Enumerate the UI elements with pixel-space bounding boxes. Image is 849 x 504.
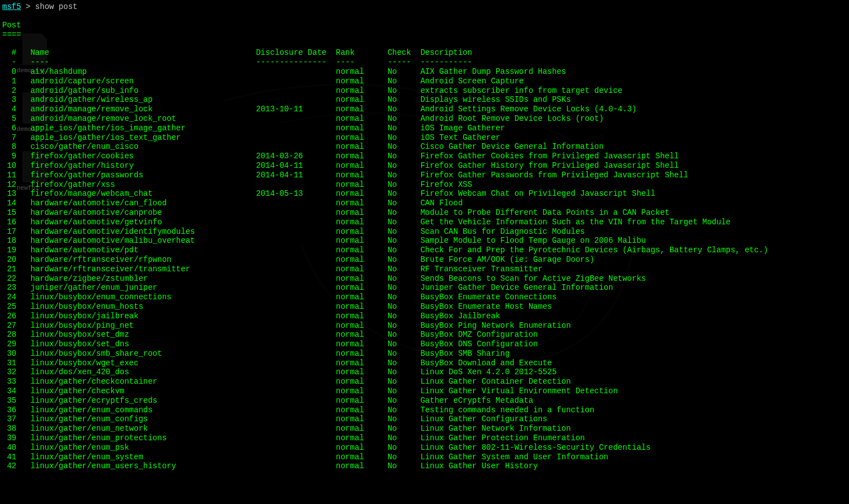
cell-name: hardware/automotive/malibu_overheat — [16, 236, 256, 246]
table-row: 1android/capture/screennormalNoAndroid S… — [2, 77, 847, 86]
cell-rank: normal — [336, 124, 387, 133]
cell-rank: normal — [336, 218, 387, 227]
table-row: 40linux/gather/enum_psknormalNoLinux Gat… — [2, 443, 847, 453]
cell-rank: normal — [336, 114, 387, 124]
cell-idx: 7 — [2, 133, 16, 143]
cell-rank: normal — [336, 414, 387, 424]
cell-rank: normal — [336, 424, 387, 434]
table-row: 21hardware/rftransceiver/transmitternorm… — [2, 265, 847, 274]
cell-idx: 11 — [2, 171, 16, 180]
cell-name: linux/gather/enum_system — [16, 453, 256, 462]
cell-name: linux/busybox/enum_connections — [16, 293, 256, 302]
cell-name: firefox/gather/passwords — [16, 171, 256, 180]
cell-check: No — [388, 461, 421, 471]
table-row: 13firefox/manage/webcam_chat2014-05-13no… — [2, 189, 847, 199]
table-row: 33linux/gather/checkcontainernormalNoLin… — [2, 377, 847, 387]
cell-rank: normal — [336, 199, 387, 208]
cell-check: No — [388, 133, 421, 143]
table-row: 2android/gather/sub_infonormalNoextracts… — [2, 86, 847, 96]
cell-idx: 3 — [2, 95, 16, 105]
cell-desc: iOS Text Gatherer — [421, 133, 501, 143]
cell-desc: Juniper Gather Device General Informatio… — [421, 283, 613, 293]
cell-rank: normal — [336, 461, 387, 471]
cell-desc: Testing commands needed in a function — [421, 406, 595, 415]
table-row: 11firefox/gather/passwords2014-04-11norm… — [2, 171, 847, 180]
cell-idx: 25 — [2, 302, 16, 312]
cell-desc: Linux DoS Xen 4.2.0 2012-5525 — [421, 368, 557, 377]
cell-name: aix/hashdump — [16, 67, 256, 77]
cell-date: 2014-03-26 — [256, 152, 336, 161]
cell-idx: 10 — [2, 161, 16, 171]
cell-check: No — [388, 330, 421, 340]
cell-rank: normal — [336, 283, 387, 293]
cell-name: linux/dos/xen_420_dos — [16, 368, 256, 377]
cell-idx: 1 — [2, 77, 16, 86]
cell-date: 2013-10-11 — [256, 105, 336, 114]
cell-check: No — [388, 86, 421, 96]
table-row: 12firefox/gather/xssnormalNoFirefox XSS — [2, 180, 847, 190]
cell-name: hardware/rftransceiver/transmitter — [16, 265, 256, 274]
cell-desc: Get the Vehicle Information Such as the … — [421, 218, 731, 227]
table-row: 38linux/gather/enum_networknormalNoLinux… — [2, 424, 847, 434]
cell-idx: 17 — [2, 227, 16, 237]
table-row: 9firefox/gather/cookies2014-03-26normalN… — [2, 152, 847, 161]
cell-check: No — [388, 171, 421, 180]
cell-idx: 37 — [2, 414, 16, 424]
cell-desc: Firefox XSS — [421, 180, 472, 190]
cell-name: firefox/gather/xss — [16, 180, 256, 190]
cell-desc: Linux Gather Configurations — [421, 414, 548, 424]
table-row: 6apple_ios/gather/ios_image_gathernormal… — [2, 124, 847, 133]
prompt-line[interactable]: msf5 > show post — [2, 2, 847, 12]
cell-desc: Linux Gather 802-11-Wireless-Security Cr… — [421, 443, 651, 453]
table-row: 42linux/gather/enum_users_historynormalN… — [2, 461, 847, 471]
table-row: 37linux/gather/enum_configsnormalNoLinux… — [2, 414, 847, 424]
cell-idx: 40 — [2, 443, 16, 453]
cell-name: hardware/automotive/pdt — [16, 246, 256, 255]
cell-name: linux/gather/enum_users_history — [16, 461, 256, 471]
cell-idx: 26 — [2, 312, 16, 321]
cell-check: No — [388, 77, 421, 86]
table-header-underline: ---------------------------------------- — [2, 58, 847, 67]
cell-rank: normal — [336, 321, 387, 331]
cell-name: linux/busybox/jailbreak — [16, 312, 256, 321]
cell-check: No — [388, 218, 421, 227]
cell-name: linux/gather/checkvm — [16, 387, 256, 396]
table-row: 20hardware/rftransceiver/rfpwnonnormalNo… — [2, 255, 847, 265]
table-row: 10firefox/gather/history2014-04-11normal… — [2, 161, 847, 171]
cell-desc: Scan CAN Bus for Diagnostic Modules — [421, 227, 585, 237]
cell-rank: normal — [336, 189, 387, 199]
table-row: 32linux/dos/xen_420_dosnormalNoLinux DoS… — [2, 368, 847, 377]
cell-idx: 19 — [2, 246, 16, 255]
cell-name: android/manage/remove_lock_root — [16, 114, 256, 124]
cell-idx: 32 — [2, 368, 16, 377]
table-row: 3android/gather/wireless_apnormalNoDispl… — [2, 95, 847, 105]
cell-idx: 22 — [2, 274, 16, 284]
cell-idx: 14 — [2, 199, 16, 208]
cell-idx: 27 — [2, 321, 16, 331]
cell-desc: Module to Probe Different Data Points in… — [421, 208, 669, 218]
cell-name: firefox/gather/cookies — [16, 152, 256, 161]
cell-check: No — [388, 208, 421, 218]
terminal-content[interactable]: msf5 > show post Post ==== #NameDisclosu… — [2, 2, 847, 471]
cell-name: hardware/automotive/getvinfo — [16, 218, 256, 227]
cell-rank: normal — [336, 349, 387, 359]
cell-idx: 29 — [2, 340, 16, 349]
cell-desc: extracts subscriber info from target dev… — [421, 86, 622, 96]
table-row: 18hardware/automotive/malibu_overheatnor… — [2, 236, 847, 246]
cell-name: hardware/automotive/identifymodules — [16, 227, 256, 237]
cell-idx: 18 — [2, 236, 16, 246]
cell-desc: Firefox Webcam Chat on Privileged Javasc… — [421, 189, 655, 199]
table-row: 24linux/busybox/enum_connectionsnormalNo… — [2, 293, 847, 302]
cell-rank: normal — [336, 255, 387, 265]
table-row: 4android/manage/remove_lock2013-10-11nor… — [2, 105, 847, 114]
cell-desc: Linux Gather Network Information — [421, 424, 571, 434]
entered-command: show post — [35, 2, 78, 11]
table-row: 8cisco/gather/enum_cisconormalNoCisco Ga… — [2, 142, 847, 152]
cell-name: apple_ios/gather/ios_image_gather — [16, 124, 256, 133]
cell-idx: 6 — [2, 124, 16, 133]
cell-check: No — [388, 105, 421, 114]
cell-check: No — [388, 443, 421, 453]
cell-desc: Sends Beacons to Scan for Active ZigBee … — [421, 274, 646, 284]
table-row: 36linux/gather/enum_commandsnormalNoTest… — [2, 406, 847, 415]
cell-check: No — [388, 189, 421, 199]
